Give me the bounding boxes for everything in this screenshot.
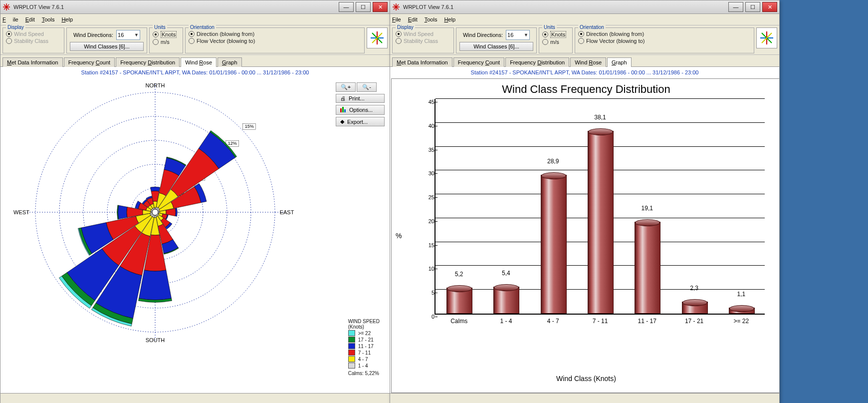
legend-item: 11 - 17	[348, 343, 380, 349]
tab-graph[interactable]: Graph	[217, 57, 242, 67]
station-info: Station #24157 - SPOKANE/INT'L ARPT, WA …	[390, 67, 779, 77]
wind-classes-button[interactable]: Wind Classes [6]...	[70, 42, 144, 51]
statusbar	[0, 393, 390, 403]
chart-title: Wind Class Frequency Distribution	[392, 83, 779, 96]
wind-directions-select[interactable]: 16▼	[116, 30, 140, 40]
radio-wind-speed[interactable]: Wind Speed	[396, 31, 450, 37]
close-button[interactable]: ✕	[373, 2, 388, 12]
group-units: Units Knots m/s	[149, 27, 183, 53]
menu-edit[interactable]: Edit	[25, 16, 35, 22]
legend-item: 7 - 11	[348, 350, 380, 356]
bar	[635, 222, 660, 314]
radio-blowing-to[interactable]: Flow Vector (blowing to)	[189, 38, 361, 44]
radio-wind-speed[interactable]: Wind Speed	[6, 31, 61, 37]
radio-stability-class[interactable]: Stability Class	[6, 38, 61, 44]
radio-blowing-to[interactable]: Flow Vector (blowing to)	[578, 38, 751, 44]
bar-value-label: 38,1	[594, 114, 606, 121]
menubar: File Edit Tools Help	[390, 14, 779, 25]
radio-knots[interactable]: Knots	[153, 31, 180, 38]
legend-title: WIND SPEED	[348, 319, 380, 324]
bar	[446, 288, 472, 314]
svg-text:15%: 15%	[245, 124, 254, 129]
print-button[interactable]: 🖨Print...	[336, 94, 385, 103]
tab-frequency-count[interactable]: Frequency Count	[64, 57, 115, 67]
bar	[729, 308, 755, 314]
content-graph: Station #24157 - SPOKANE/INT'L ARPT, WA …	[390, 67, 779, 393]
bar-chart: 051015202530354045 5,2Calms5,41 - 428,94…	[412, 99, 771, 358]
tab-met-data[interactable]: Met Data Information	[2, 57, 63, 67]
svg-rect-33	[342, 107, 344, 112]
radio-blowing-from[interactable]: Direction (blowing from)	[189, 31, 361, 37]
category-label: 7 - 11	[593, 318, 608, 325]
menu-help[interactable]: Help	[444, 16, 455, 22]
zoom-out-button[interactable]: 🔍-	[357, 82, 377, 92]
titlebar[interactable]: WRPLOT View 7.6.1 ― ☐ ✕	[0, 0, 390, 14]
radio-knots[interactable]: Knots	[542, 31, 569, 38]
minimize-button[interactable]: ―	[728, 2, 743, 12]
category-label: 17 - 21	[685, 318, 703, 325]
chevron-down-icon: ▼	[524, 32, 528, 37]
menu-tools[interactable]: Tools	[425, 16, 437, 22]
chevron-down-icon: ▼	[134, 32, 139, 37]
menu-tools[interactable]: Tools	[42, 16, 55, 22]
menubar: File Edit Tools Help	[0, 14, 390, 25]
group-display: Display Wind Speed Stability Class	[392, 27, 454, 53]
legend-item: 4 - 7	[348, 356, 380, 362]
menu-file[interactable]: File	[2, 16, 18, 22]
options-button[interactable]: Options...	[336, 105, 385, 115]
maximize-button[interactable]: ☐	[745, 2, 760, 12]
group-wind-dir: Wind Directions: 16▼ Wind Classes [6]...	[66, 27, 147, 53]
titlebar[interactable]: WRPLOT View 7.6.1 ― ☐ ✕	[390, 0, 779, 14]
bar-value-label: 19,1	[642, 205, 653, 212]
zoom-in-icon: 🔍+	[341, 84, 351, 90]
group-orientation: Orientation Direction (blowing from) Flo…	[575, 27, 754, 53]
bar	[493, 287, 519, 314]
wind-directions-label: Wind Directions:	[73, 32, 113, 38]
close-button[interactable]: ✕	[762, 2, 777, 12]
menu-file[interactable]: File	[392, 16, 401, 22]
tab-frequency-distribution[interactable]: Frequency Distribution	[505, 57, 569, 67]
content-wind-rose: Station #24157 - SPOKANE/INT'L ARPT, WA …	[0, 67, 390, 393]
x-axis-label: Wind Class (Knots)	[392, 375, 779, 383]
legend-calms: Calms: 5,22%	[348, 371, 380, 376]
radio-blowing-from[interactable]: Direction (blowing from)	[578, 31, 751, 37]
radio-ms[interactable]: m/s	[153, 39, 180, 45]
category-label: Calms	[450, 318, 467, 325]
zoom-out-icon: 🔍-	[362, 84, 371, 90]
svg-rect-34	[344, 109, 346, 112]
tab-graph[interactable]: Graph	[607, 57, 632, 67]
window-title: WRPLOT View 7.6.1	[13, 4, 339, 10]
tab-wind-rose[interactable]: Wind Rose	[181, 57, 217, 67]
bar-value-label: 2,3	[690, 285, 698, 292]
wind-directions-select[interactable]: 16▼	[506, 30, 530, 40]
window-title: WRPLOT View 7.6.1	[403, 4, 728, 10]
export-icon: ◆	[340, 118, 344, 125]
legend-item: 17 - 21	[348, 337, 380, 343]
tab-wind-rose[interactable]: Wind Rose	[570, 57, 606, 67]
wind-classes-button[interactable]: Wind Classes [6]...	[459, 42, 533, 51]
export-button[interactable]: ◆Export...	[336, 117, 385, 126]
tab-frequency-distribution[interactable]: Frequency Distribution	[116, 57, 180, 67]
maximize-button[interactable]: ☐	[356, 2, 371, 12]
menu-help[interactable]: Help	[61, 16, 73, 22]
tabstrip: Met Data Information Frequency Count Fre…	[390, 55, 779, 67]
menu-edit[interactable]: Edit	[408, 16, 418, 22]
radio-ms[interactable]: m/s	[542, 39, 569, 45]
minimize-button[interactable]: ―	[339, 2, 354, 12]
window-wind-rose: WRPLOT View 7.6.1 ― ☐ ✕ File Edit Tools …	[0, 0, 390, 403]
tab-frequency-count[interactable]: Frequency Count	[453, 57, 504, 67]
svg-text:WEST: WEST	[13, 209, 29, 215]
radio-stability-class[interactable]: Stability Class	[396, 38, 450, 44]
group-orientation: Orientation Direction (blowing from) Flo…	[185, 27, 365, 53]
svg-text:SOUTH: SOUTH	[146, 337, 165, 343]
bar-value-label: 5,4	[502, 270, 510, 277]
legend-unit: (Knots)	[348, 324, 380, 330]
category-label: 4 - 7	[547, 318, 559, 325]
tabstrip: Met Data Information Frequency Count Fre…	[0, 55, 390, 67]
app-icon	[392, 3, 400, 11]
group-wind-dir: Wind Directions: 16▼ Wind Classes [6]...	[456, 27, 537, 53]
tab-met-data[interactable]: Met Data Information	[392, 57, 452, 67]
group-units: Units Knots m/s	[539, 27, 573, 53]
statusbar	[390, 393, 779, 403]
zoom-in-button[interactable]: 🔍+	[336, 82, 356, 92]
